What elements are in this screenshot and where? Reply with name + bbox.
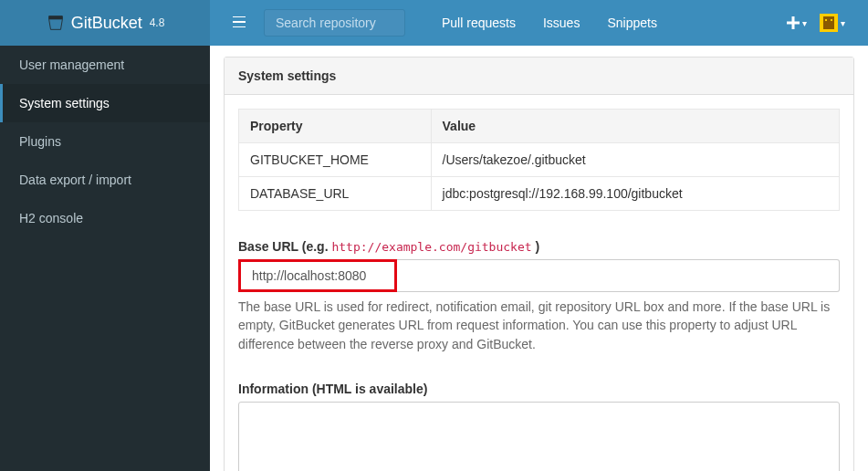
prop-value: /Users/takezoe/.gitbucket xyxy=(431,143,839,177)
prop-name: DATABASE_URL xyxy=(239,177,432,211)
topbar-main: Pull requests Issues Snippets ▾ ▾ xyxy=(210,0,868,46)
brand-name: GitBucket xyxy=(71,14,142,33)
sidebar-item-system-settings[interactable]: System settings xyxy=(0,84,210,122)
svg-rect-1 xyxy=(823,16,834,29)
search-input[interactable] xyxy=(264,9,405,37)
plus-icon xyxy=(787,16,800,29)
table-row: DATABASE_URL jdbc:postgresql://192.168.9… xyxy=(239,177,840,211)
sidebar-item-user-management[interactable]: User management xyxy=(0,46,210,84)
information-label: Information (HTML is available) xyxy=(238,382,840,396)
sidebar-item-data-export-import[interactable]: Data export / import xyxy=(0,161,210,199)
brand-version: 4.8 xyxy=(150,16,165,29)
topbar: GitBucket 4.8 Pull requests Issues Snipp… xyxy=(0,0,868,46)
svg-rect-3 xyxy=(831,19,832,21)
base-url-input[interactable] xyxy=(241,262,394,289)
svg-rect-2 xyxy=(825,19,827,21)
content: System settings Property Value GITBUCKET… xyxy=(210,46,868,471)
hamburger-icon[interactable] xyxy=(224,10,255,36)
label-text: ) xyxy=(532,239,540,254)
prop-value: jdbc:postgresql://192.168.99.100/gitbuck… xyxy=(431,177,839,211)
gitbucket-logo xyxy=(46,13,66,33)
nav-links: Pull requests Issues Snippets xyxy=(428,2,671,44)
label-text: Base URL (e.g. xyxy=(238,239,331,254)
settings-panel: System settings Property Value GITBUCKET… xyxy=(224,57,854,471)
user-menu[interactable]: ▾ xyxy=(820,14,845,32)
properties-table: Property Value GITBUCKET_HOME /Users/tak… xyxy=(238,109,840,211)
sidebar-item-plugins[interactable]: Plugins xyxy=(0,122,210,161)
example-code: http://example.com/gitbucket xyxy=(331,240,531,254)
nav-pull-requests[interactable]: Pull requests xyxy=(428,2,529,44)
avatar xyxy=(820,14,838,32)
panel-heading: System settings xyxy=(225,58,853,95)
nav-issues[interactable]: Issues xyxy=(529,2,593,44)
nav-snippets[interactable]: Snippets xyxy=(593,2,670,44)
sidebar-item-h2-console[interactable]: H2 console xyxy=(0,199,210,237)
brand[interactable]: GitBucket 4.8 xyxy=(0,0,210,46)
base-url-label: Base URL (e.g. http://example.com/gitbuc… xyxy=(238,239,840,254)
base-url-help: The base URL is used for redirect, notif… xyxy=(238,298,840,353)
prop-name: GITBUCKET_HOME xyxy=(239,143,432,177)
base-url-highlight xyxy=(238,259,397,292)
chevron-down-icon: ▾ xyxy=(802,18,807,28)
th-value: Value xyxy=(431,110,839,143)
topbar-right: ▾ ▾ xyxy=(787,14,854,32)
create-menu[interactable]: ▾ xyxy=(787,16,807,29)
information-textarea[interactable] xyxy=(238,402,840,471)
table-row: GITBUCKET_HOME /Users/takezoe/.gitbucket xyxy=(239,143,840,177)
base-url-input-ext[interactable] xyxy=(397,259,840,292)
th-property: Property xyxy=(239,110,432,143)
chevron-down-icon: ▾ xyxy=(841,18,845,28)
sidebar: User management System settings Plugins … xyxy=(0,46,210,471)
